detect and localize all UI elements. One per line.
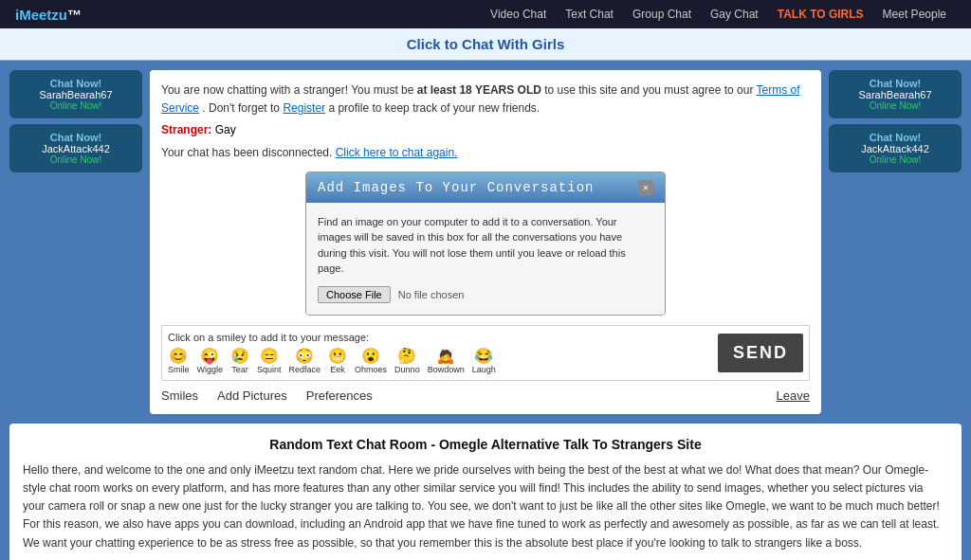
age-warning: at least 18 YEARS OLD <box>417 83 541 97</box>
banner-text: Click to Chat With Girls <box>407 36 565 52</box>
right-sidebar-card-2[interactable]: Chat Now! JackAttack442 Online Now! <box>829 124 962 172</box>
banner[interactable]: Click to Chat With Girls <box>0 28 971 61</box>
smiley-wiggle[interactable]: 😜Wiggle <box>197 347 224 374</box>
left-sidebar-card-2[interactable]: Chat Now! JackAttack442 Online Now! <box>9 124 142 172</box>
left-sidebar-card-1[interactable]: Chat Now! SarahBearah67 Online Now! <box>9 70 142 118</box>
leave-button[interactable]: Leave <box>777 388 810 403</box>
smiley-tear[interactable]: 😢Tear <box>230 347 249 374</box>
no-file-text: No file chosen <box>398 289 465 300</box>
register-link[interactable]: Register <box>283 101 325 115</box>
add-pictures-button[interactable]: Add Pictures <box>217 388 287 403</box>
left-card1-online: Online Now! <box>17 100 135 111</box>
smileys-container: 😊Smile😜Wiggle😢Tear😑Squint😳Redface😬Eek😮Oh… <box>168 347 710 374</box>
add-images-modal: Add Images To Your Conversation × Find a… <box>305 172 666 316</box>
header: iMeetzu™ Video Chat Text Chat Group Chat… <box>0 0 971 28</box>
left-card1-chat-now: Chat Now! <box>17 78 135 89</box>
left-card1-username: SarahBearah67 <box>17 89 135 100</box>
left-card2-online: Online Now! <box>17 154 135 165</box>
nav-talk-to-girls[interactable]: TALK TO GIRLS <box>768 0 873 28</box>
content-paragraph-1: Hello there, and welcome to the one and … <box>23 461 948 552</box>
system-msg-part3: . Don't forget to <box>202 101 283 115</box>
modal-close-button[interactable]: × <box>638 180 653 195</box>
right-sidebar-card-1[interactable]: Chat Now! SarahBearah67 Online Now! <box>829 70 962 118</box>
toolbar-right: Leave <box>777 388 810 403</box>
preferences-button[interactable]: Preferences <box>306 388 373 403</box>
nav-text-chat[interactable]: Text Chat <box>556 0 623 28</box>
system-msg-part4: a profile to keep track of your new frie… <box>328 101 540 115</box>
modal-title: Add Images To Your Conversation <box>318 180 594 195</box>
smiley-eek[interactable]: 😬Eek <box>328 347 347 374</box>
modal-body: Find an image on your computer to add it… <box>306 203 665 315</box>
system-message: You are now chatting with a stranger! Yo… <box>161 81 810 117</box>
smiley-ohmoes[interactable]: 😮Ohmoes <box>355 347 387 374</box>
reconnect-link[interactable]: Click here to chat again. <box>336 146 458 159</box>
nav-gay-chat[interactable]: Gay Chat <box>701 0 768 28</box>
left-sidebar: Chat Now! SarahBearah67 Online Now! Chat… <box>9 70 142 414</box>
smiley-smile[interactable]: 😊Smile <box>168 347 190 374</box>
right-card2-online: Online Now! <box>836 154 954 165</box>
system-msg-part1: You are now chatting with a stranger! Yo… <box>161 83 417 97</box>
stranger-label: Stranger: <box>161 123 211 136</box>
send-button[interactable]: SEND <box>718 334 803 372</box>
chat-messages: You are now chatting with a stranger! Yo… <box>161 81 810 162</box>
smiley-redface[interactable]: 😳Redface <box>289 347 321 374</box>
right-card2-username: JackAttack442 <box>836 143 954 154</box>
logo: iMeetzu™ <box>15 7 82 23</box>
toolbar-left: Smiles Add Pictures Preferences <box>161 388 373 403</box>
left-card2-username: JackAttack442 <box>17 143 135 154</box>
logo-text: iMeetzu <box>15 7 67 23</box>
modal-description: Find an image on your computer to add it… <box>318 214 653 277</box>
modal-header: Add Images To Your Conversation × <box>306 172 665 203</box>
right-card1-username: SarahBearah67 <box>836 89 954 100</box>
right-card2-chat-now: Chat Now! <box>836 132 954 143</box>
content-area: Random Text Chat Room - Omegle Alternati… <box>9 424 962 560</box>
main-nav: Video Chat Text Chat Group Chat Gay Chat… <box>481 0 956 28</box>
smiley-squint[interactable]: 😑Squint <box>257 347 282 374</box>
bottom-toolbar: Smiles Add Pictures Preferences Leave <box>161 381 810 403</box>
left-card2-chat-now: Chat Now! <box>17 132 135 143</box>
system-msg-part2: to use this site and you must agree to o… <box>544 83 756 97</box>
right-card1-online: Online Now! <box>836 100 954 111</box>
disconnect-message: Your chat has been disconnected. Click h… <box>161 144 810 162</box>
smiley-bar: Click on a smiley to add it to your mess… <box>161 325 810 381</box>
smiley-bowdown[interactable]: 🙇Bowdown <box>428 347 465 374</box>
choose-file-button[interactable]: Choose File <box>318 286 391 303</box>
smiley-laugh[interactable]: 😂Laugh <box>472 347 496 374</box>
chat-area: You are now chatting with a stranger! Yo… <box>150 70 821 414</box>
right-sidebar: Chat Now! SarahBearah67 Online Now! Chat… <box>829 70 962 414</box>
modal-file-area: Choose File No file chosen <box>318 286 653 303</box>
right-card1-chat-now: Chat Now! <box>836 78 954 89</box>
main-layout: Chat Now! SarahBearah67 Online Now! Chat… <box>0 61 971 424</box>
disconnect-text: Your chat has been disconnected. <box>161 146 332 159</box>
smiley-area: Click on a smiley to add it to your mess… <box>168 332 710 374</box>
content-heading: Random Text Chat Room - Omegle Alternati… <box>23 437 948 452</box>
nav-video-chat[interactable]: Video Chat <box>481 0 556 28</box>
smiles-button[interactable]: Smiles <box>161 388 198 403</box>
smiley-dunno[interactable]: 🤔Dunno <box>394 347 420 374</box>
nav-group-chat[interactable]: Group Chat <box>623 0 701 28</box>
stranger-message: Stranger: Gay <box>161 121 810 139</box>
smiley-label: Click on a smiley to add it to your mess… <box>168 332 710 343</box>
stranger-text: Gay <box>215 123 236 136</box>
nav-meet-people[interactable]: Meet People <box>873 0 956 28</box>
